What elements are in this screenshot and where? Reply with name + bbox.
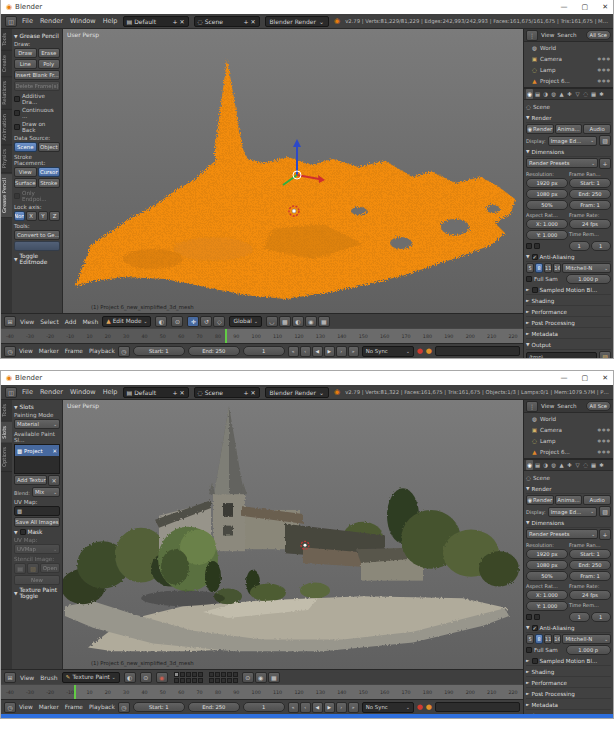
slot-item-project[interactable]: ▩ Project ✕	[15, 445, 59, 456]
additive-drawing-checkbox[interactable]: Additive Dra...	[14, 93, 60, 105]
placement-surface-button[interactable]: Surface	[14, 178, 37, 188]
restrict-toggles[interactable]: ●●●	[598, 427, 611, 432]
properties-tab-icon[interactable]: ▤	[534, 460, 541, 470]
layer-cell[interactable]	[215, 672, 220, 677]
remap-new-field[interactable]: 1	[591, 612, 612, 622]
remap-old-field[interactable]: 1	[569, 241, 590, 251]
aa-samples-16[interactable]: 16	[553, 634, 561, 644]
texture-paint-toggle-panel-header[interactable]: ▼Texture Paint Toggle	[14, 587, 60, 599]
current-frame-playhead[interactable]	[225, 329, 227, 343]
layer-cell[interactable]	[215, 678, 220, 683]
mask-uv-dropdown[interactable]: UVMap⌄	[14, 544, 60, 554]
output-path-field[interactable]: /tmp\	[526, 352, 597, 359]
editor-type-icon[interactable]: ⊞	[4, 316, 16, 327]
render-opengl-icon[interactable]: ◉	[255, 672, 267, 683]
close-button[interactable]: ✕	[602, 374, 608, 382]
aspect-y-field[interactable]: Y: 1.000	[526, 230, 568, 240]
outliner-item-world[interactable]: ◍World	[524, 413, 613, 424]
properties-tab-icon[interactable]: ▽	[574, 460, 581, 470]
motion-blur-panel-header[interactable]: ►Sampled Motion Bl...	[526, 656, 611, 666]
display-dropdown[interactable]: Image Ed...⌄	[548, 136, 597, 146]
layer-cell[interactable]	[233, 678, 238, 683]
only-endpoints-checkbox[interactable]: Only Endpoi...	[14, 190, 60, 202]
full-sample-checkbox[interactable]: Full Sam	[526, 276, 564, 282]
add-texture-dropdown[interactable]: Add Textur...⌄	[14, 475, 47, 485]
add-preset-button[interactable]: +	[599, 529, 611, 540]
layer-cell[interactable]	[186, 678, 191, 683]
shading-panel-header[interactable]: ►Shading	[526, 296, 611, 306]
render-anim-icon[interactable]: ▦	[318, 316, 330, 327]
antialiasing-panel-header[interactable]: ▼✓Anti-Aliasing	[526, 252, 611, 262]
menu-item[interactable]: Help	[103, 388, 118, 396]
menu-item[interactable]: View	[541, 32, 554, 38]
transform-orientation-dropdown[interactable]: Global ⌄	[229, 316, 261, 327]
editor-type-icon[interactable]: ◷	[4, 346, 16, 357]
axis-z-button[interactable]: Z	[49, 211, 60, 221]
source-object-button[interactable]: Object	[38, 142, 61, 152]
playback-button[interactable]: ›	[336, 346, 347, 357]
tab-tools[interactable]: Tools	[1, 400, 12, 422]
properties-tab-icon[interactable]: ▲	[558, 460, 565, 470]
pixel-filter-size-field[interactable]: 1.000 p	[566, 274, 612, 284]
new-image-button[interactable]: New	[14, 575, 60, 585]
layer-cell[interactable]	[221, 672, 226, 677]
render-panel-header[interactable]: ▼Render	[526, 113, 611, 123]
audio-button[interactable]: Audio	[583, 495, 611, 505]
save-all-images-button[interactable]: Save All Images	[14, 517, 60, 527]
folder-icon[interactable]: ▨	[27, 563, 39, 574]
menu-item[interactable]: Mesh	[82, 318, 98, 325]
outliner-item-lamp[interactable]: ◌Lamp●●●	[524, 435, 613, 446]
menu-item[interactable]: Select	[40, 318, 59, 325]
frame-start-field[interactable]: Start: 1	[569, 178, 611, 188]
properties-tab-icon[interactable]: ▤	[534, 89, 541, 99]
viewport-3d[interactable]: User Persp (1) Project 6_new_simplified_…	[63, 29, 523, 313]
tab-relations[interactable]: Relations	[1, 77, 12, 110]
properties-tab-icon[interactable]: ✱	[598, 89, 605, 99]
tab-animation[interactable]: Animation	[1, 110, 12, 145]
grease-pencil-panel-header[interactable]: ▼Grease Pencil	[14, 33, 60, 39]
properties-tab-icon[interactable]: ◍	[550, 460, 557, 470]
menu-item[interactable]: File	[22, 17, 33, 25]
lock-icon[interactable]: ⊙	[242, 672, 254, 683]
menu-item[interactable]: Marker	[39, 348, 59, 354]
menu-item[interactable]: View	[20, 674, 34, 681]
render-presets-dropdown[interactable]: Render Presets⌄	[526, 529, 598, 539]
frame-end-field[interactable]: End: 250	[188, 346, 240, 356]
shading-panel-header[interactable]: ►Shading	[526, 667, 611, 677]
add-layout-icon[interactable]: +	[172, 389, 177, 396]
render-button[interactable]: ◉Render	[526, 495, 554, 505]
current-frame-playhead[interactable]	[74, 685, 76, 699]
close-button[interactable]: ✕	[602, 3, 608, 11]
folder-icon[interactable]: ▨	[599, 351, 611, 358]
output-panel-header[interactable]: ▼Output	[526, 711, 611, 714]
editor-type-icon[interactable]: ◫	[5, 16, 17, 27]
titlebar[interactable]: ◉ Blender — ▢ ✕	[1, 371, 613, 385]
uv-map-field[interactable]: ▩	[14, 506, 60, 516]
add-preset-button[interactable]: +	[599, 158, 611, 169]
outliner-item-mesh[interactable]: ▲Project 6...●●●	[524, 446, 613, 457]
axis-none-button[interactable]: Non	[14, 211, 25, 221]
resolution-x-field[interactable]: 1920 px	[526, 178, 568, 188]
layer-cell[interactable]	[221, 678, 226, 683]
editor-type-icon[interactable]: ◫	[5, 387, 17, 398]
performance-panel-header[interactable]: ►Performance	[526, 307, 611, 317]
line-button[interactable]: Line	[14, 59, 37, 69]
keying-set-button[interactable]: ●	[426, 347, 432, 355]
record-button[interactable]: ●	[417, 347, 423, 355]
erase-button[interactable]: Erase	[38, 48, 61, 58]
delete-scene-icon[interactable]: ✕	[250, 18, 255, 25]
delete-layout-icon[interactable]: ✕	[179, 18, 184, 25]
playback-button[interactable]: ▶	[324, 702, 335, 713]
playback-button[interactable]: »	[348, 702, 359, 713]
manipulator-scale-icon[interactable]: ◇	[213, 316, 225, 327]
open-button[interactable]: Open	[40, 563, 60, 573]
layer-cell[interactable]	[186, 672, 191, 677]
scene-selector[interactable]: ◌ Scene + ✕	[194, 387, 260, 398]
editor-type-icon[interactable]: ⋮	[526, 401, 538, 412]
preview-range-icon[interactable]: ◷	[118, 346, 130, 357]
frame-step-field[interactable]: Fram: 1	[569, 200, 611, 210]
placement-view-button[interactable]: View	[14, 167, 37, 177]
playback-button[interactable]: ◀	[312, 702, 323, 713]
menu-item[interactable]: Brush	[40, 674, 57, 681]
layer-cell[interactable]	[227, 678, 232, 683]
